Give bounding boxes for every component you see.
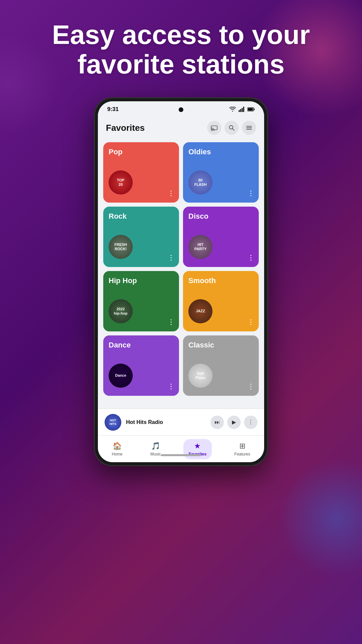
station-card-smooth[interactable]: Smooth JAZZ ⋮ bbox=[183, 271, 259, 331]
nav-label-music: Music bbox=[150, 452, 161, 457]
card-album-hiphop: 2022hip-hop bbox=[109, 299, 133, 323]
nav-item-features[interactable]: ⊞ Features bbox=[229, 439, 255, 459]
page-title: Favorites bbox=[106, 123, 145, 133]
station-card-oldies[interactable]: Oldies 80FLASH ⋮ bbox=[183, 142, 259, 203]
nav-icon-music: 🎵 bbox=[151, 442, 160, 450]
card-menu-classic[interactable]: ⋮ bbox=[247, 382, 254, 390]
status-time: 9:31 bbox=[107, 106, 119, 113]
svg-rect-3 bbox=[243, 107, 244, 112]
app-header: Favorites bbox=[98, 117, 264, 138]
nav-icon-home: 🏠 bbox=[113, 442, 122, 450]
card-label-oldies: Oldies bbox=[188, 148, 253, 156]
search-icon bbox=[229, 125, 235, 131]
mini-player-art: HOTHITS bbox=[105, 414, 121, 431]
card-album-dance: Dance bbox=[109, 364, 133, 388]
mini-player-title: Hot Hits Radio bbox=[126, 419, 206, 425]
card-album-pop: TOP20 bbox=[109, 170, 133, 195]
nav-item-home[interactable]: 🏠 Home bbox=[106, 439, 128, 459]
wifi-icon bbox=[229, 107, 236, 112]
svg-point-8 bbox=[211, 130, 212, 131]
station-card-classic[interactable]: Classic SoftPiano ⋮ bbox=[183, 335, 259, 396]
card-album-classic: SoftPiano bbox=[188, 364, 213, 388]
bg-blob-2 bbox=[278, 460, 362, 577]
mini-player: HOTHITS Hot Hits Radio ⏭ ▶ ⋮ bbox=[98, 409, 264, 435]
svg-rect-0 bbox=[239, 110, 240, 112]
nav-label-features: Features bbox=[234, 452, 250, 457]
svg-rect-6 bbox=[248, 108, 253, 111]
card-menu-oldies[interactable]: ⋮ bbox=[247, 189, 254, 197]
station-card-rock[interactable]: Rock FRESHROCK! ⋮ bbox=[103, 207, 179, 267]
card-label-disco: Disco bbox=[188, 212, 253, 221]
camera-dot bbox=[179, 107, 183, 112]
menu-button[interactable] bbox=[242, 121, 256, 135]
card-label-dance: Dance bbox=[109, 341, 174, 350]
card-menu-pop[interactable]: ⋮ bbox=[168, 189, 174, 197]
signal-icon bbox=[239, 107, 245, 112]
card-album-disco: HITPARTY bbox=[188, 235, 213, 259]
home-indicator bbox=[161, 454, 201, 456]
header-icons bbox=[207, 121, 256, 135]
card-label-hiphop: Hip Hop bbox=[109, 276, 174, 285]
status-bar: 9:31 bbox=[98, 101, 264, 117]
card-menu-rock[interactable]: ⋮ bbox=[168, 254, 174, 262]
nav-icon-features: ⊞ bbox=[239, 442, 245, 450]
battery-icon bbox=[247, 107, 255, 112]
station-card-dance[interactable]: Dance Dance ⋮ bbox=[103, 335, 179, 396]
card-menu-disco[interactable]: ⋮ bbox=[247, 254, 254, 262]
play-button[interactable]: ▶ bbox=[227, 416, 241, 429]
card-album-smooth: JAZZ bbox=[188, 299, 213, 323]
card-label-pop: Pop bbox=[109, 148, 174, 156]
card-label-smooth: Smooth bbox=[188, 276, 253, 285]
hero-section: Easy access to your favorite stations bbox=[0, 20, 362, 79]
svg-rect-1 bbox=[240, 109, 241, 112]
station-card-disco[interactable]: Disco HITPARTY ⋮ bbox=[183, 207, 259, 267]
stations-grid: Pop TOP20 ⋮ Oldies 80FLASH ⋮ Rock FRESHR… bbox=[98, 138, 264, 409]
card-album-oldies: 80FLASH bbox=[188, 170, 213, 195]
station-card-pop[interactable]: Pop TOP20 ⋮ bbox=[103, 142, 179, 203]
search-button[interactable] bbox=[225, 121, 239, 135]
nav-label-home: Home bbox=[112, 452, 122, 457]
hero-title: Easy access to your favorite stations bbox=[0, 20, 362, 79]
phone-frame: 9:31 bbox=[94, 97, 268, 466]
mini-player-controls: ⏭ ▶ ⋮ bbox=[210, 416, 257, 429]
card-menu-dance[interactable]: ⋮ bbox=[168, 382, 174, 390]
skip-button[interactable]: ⏭ bbox=[210, 416, 224, 429]
menu-icon bbox=[246, 125, 252, 130]
card-menu-hiphop[interactable]: ⋮ bbox=[168, 318, 174, 326]
svg-line-10 bbox=[233, 129, 234, 130]
bottom-nav: 🏠 Home 🎵 Music ★ Favorites ⊞ Features bbox=[98, 435, 264, 462]
nav-icon-favorites: ★ bbox=[194, 442, 201, 450]
card-label-rock: Rock bbox=[109, 212, 174, 221]
card-menu-smooth[interactable]: ⋮ bbox=[247, 318, 254, 326]
cast-icon bbox=[211, 125, 218, 131]
card-album-rock: FRESHROCK! bbox=[109, 235, 133, 259]
phone-screen: 9:31 bbox=[98, 101, 264, 462]
cast-button[interactable] bbox=[207, 121, 221, 135]
svg-rect-2 bbox=[242, 108, 243, 112]
svg-rect-5 bbox=[254, 109, 255, 110]
more-button[interactable]: ⋮ bbox=[244, 416, 257, 429]
station-card-hiphop[interactable]: Hip Hop 2022hip-hop ⋮ bbox=[103, 271, 179, 331]
card-label-classic: Classic bbox=[188, 341, 253, 350]
status-icons bbox=[229, 107, 255, 112]
